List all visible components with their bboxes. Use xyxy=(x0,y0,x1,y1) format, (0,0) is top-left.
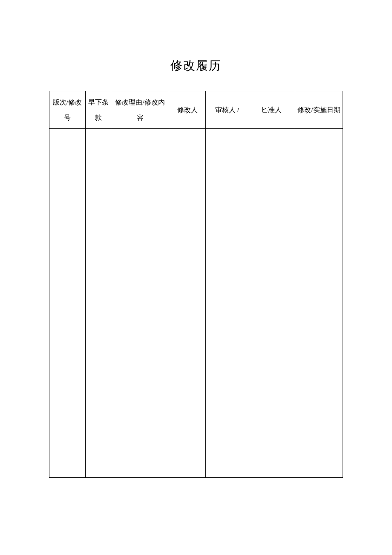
page-title: 修改履历 xyxy=(0,0,392,91)
header-modifier: 修改人 xyxy=(169,91,206,129)
header-reason: 修改理由/修改内容 xyxy=(111,91,169,129)
revision-history-table: 版次/修改号 早下条款 修改理由/修改内容 修改人 审核人 t 匕准人 修改/实… xyxy=(49,91,343,478)
header-clause: 早下条款 xyxy=(86,91,111,129)
cell-date xyxy=(295,129,343,478)
cell-modifier xyxy=(169,129,206,478)
revision-history-table-container: 版次/修改号 早下条款 修改理由/修改内容 修改人 审核人 t 匕准人 修改/实… xyxy=(49,91,343,478)
header-date: 修改/实施日期 xyxy=(295,91,343,129)
table-header-row: 版次/修改号 早下条款 修改理由/修改内容 修改人 审核人 t 匕准人 修改/实… xyxy=(49,91,343,129)
cell-reviewer xyxy=(206,129,248,478)
header-version: 版次/修改号 xyxy=(49,91,86,129)
cell-version xyxy=(49,129,86,478)
header-reviewer: 审核人 t xyxy=(206,91,248,129)
header-approver: 匕准人 xyxy=(248,91,295,129)
cell-reason xyxy=(111,129,169,478)
table-row xyxy=(49,129,343,478)
cell-approver xyxy=(248,129,295,478)
cell-clause xyxy=(86,129,111,478)
